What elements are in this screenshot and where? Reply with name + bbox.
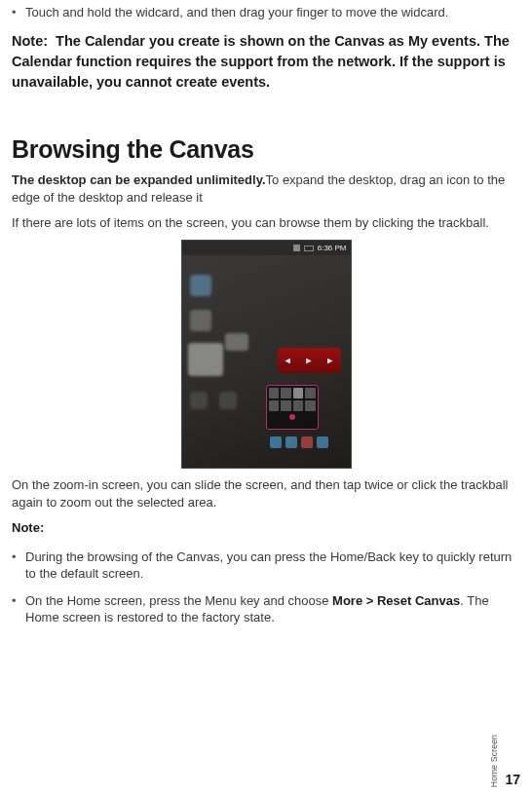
page-footer: Home Screen 17 [489, 735, 520, 787]
section-heading: Browsing the Canvas [12, 135, 520, 164]
note-label: Note: [12, 33, 48, 49]
blur-icon [190, 392, 208, 409]
canvas-area: ◄ ► ► [182, 255, 351, 468]
status-bar: 6:36 PM [182, 241, 351, 255]
para-1: The desktop can be expanded unlimitedly.… [12, 171, 520, 207]
bullet-2: • On the Home screen, press the Menu key… [12, 592, 520, 626]
bullet-1: • During the browsing of the Canvas, you… [12, 549, 520, 583]
prev-icon: ◄ [284, 356, 292, 365]
bullet-dot: • [12, 592, 25, 626]
blur-icon [190, 275, 211, 296]
bullet-2-text: On the Home screen, press the Menu key a… [25, 592, 520, 626]
play-icon: ► [305, 356, 314, 365]
bullet-dot: • [12, 4, 25, 21]
bullet-dot: • [12, 549, 25, 583]
signal-icon [293, 245, 300, 251]
note-text: The Calendar you create is shown on the … [12, 33, 510, 90]
battery-icon [304, 246, 314, 251]
status-time: 6:36 PM [318, 244, 347, 252]
selection-dot-icon [289, 414, 295, 420]
para-3: On the zoom-in screen, you can slide the… [12, 476, 520, 511]
music-widget: ◄ ► ► [278, 348, 341, 373]
blur-icon [190, 310, 211, 331]
bullet-2-strong: More > Reset Canvas [332, 593, 460, 608]
note-2-label: Note: [12, 520, 520, 535]
para-2: If there are lots of items on the screen… [12, 214, 520, 232]
side-label: Home Screen [489, 735, 499, 787]
intro-bullet: • Touch and hold the widcard, and then d… [12, 4, 520, 21]
next-icon: ► [325, 356, 334, 365]
bullet-2a: On the Home screen, press the Menu key a… [25, 593, 332, 608]
blur-icon [225, 333, 248, 351]
note-block: Note: The Calendar you create is shown o… [12, 31, 520, 93]
phone-screenshot: 6:36 PM ◄ ► ► [181, 240, 352, 469]
blur-icon [219, 392, 237, 409]
selection-overlay [266, 385, 319, 430]
page-number: 17 [505, 772, 520, 787]
dock-icons [270, 436, 328, 448]
bullet-1-text: During the browsing of the Canvas, you c… [25, 549, 520, 583]
para-1-lead: The desktop can be expanded unlimitedly. [12, 172, 266, 187]
intro-bullet-text: Touch and hold the widcard, and then dra… [25, 4, 520, 21]
blur-icon [188, 343, 223, 376]
